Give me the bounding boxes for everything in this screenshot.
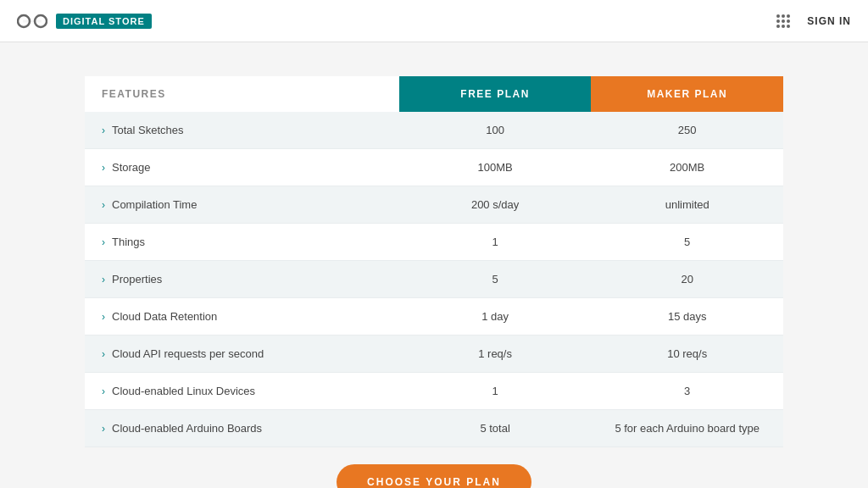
free-value-cell: 1 (399, 224, 592, 261)
feature-cell: ›Total Sketches (85, 112, 399, 149)
table-row[interactable]: ›Cloud-enabled Arduino Boards5 total5 fo… (85, 410, 783, 447)
free-value-cell: 1 (399, 373, 592, 410)
maker-value-cell: 200MB (591, 149, 783, 186)
chevron-icon: › (102, 348, 105, 360)
grid-icon[interactable] (776, 14, 790, 28)
maker-value-cell: 15 days (591, 298, 783, 336)
chevron-icon: › (102, 236, 105, 248)
table-row[interactable]: ›Compilation Time200 s/dayunlimited (85, 186, 783, 224)
table-row[interactable]: ›Total Sketches100250 (85, 112, 783, 149)
badge-label: DIGITAL STORE (63, 16, 145, 26)
chevron-icon: › (102, 311, 105, 323)
feature-cell: ›Compilation Time (85, 186, 399, 224)
feature-cell: ›Storage (85, 149, 399, 186)
free-value-cell: 5 (399, 261, 592, 298)
maker-value-cell: 3 (591, 373, 783, 410)
chevron-icon: › (102, 385, 105, 397)
feature-cell: ›Cloud API requests per second (85, 336, 399, 373)
maker-value-cell: 5 (591, 224, 783, 261)
footer-area: CHOOSE YOUR PLAN (85, 447, 783, 488)
header-right: SIGN IN (776, 14, 851, 28)
free-value-cell: 100MB (399, 149, 592, 186)
maker-value-cell: 250 (591, 112, 783, 149)
feature-cell: ›Cloud Data Retention (85, 298, 399, 336)
chevron-icon: › (102, 423, 105, 435)
table-row[interactable]: ›Properties520 (85, 261, 783, 298)
chevron-icon: › (102, 199, 105, 211)
main-content: FEATURES FREE PLAN MAKER PLAN ›Total Ske… (0, 42, 868, 488)
th-free-plan: FREE PLAN (399, 76, 592, 112)
feature-cell: ›Cloud-enabled Linux Devices (85, 373, 399, 410)
table-row[interactable]: ›Things15 (85, 224, 783, 261)
table-body: ›Total Sketches100250›Storage100MB200MB›… (85, 112, 783, 447)
free-value-cell: 200 s/day (399, 186, 592, 224)
table-row[interactable]: ›Cloud-enabled Linux Devices13 (85, 373, 783, 410)
free-value-cell: 1 day (399, 298, 592, 336)
th-features: FEATURES (85, 76, 399, 112)
free-value-cell: 100 (399, 112, 592, 149)
chevron-icon: › (102, 162, 105, 174)
feature-cell: ›Properties (85, 261, 399, 298)
table-row[interactable]: ›Storage100MB200MB (85, 149, 783, 186)
free-value-cell: 5 total (399, 410, 592, 447)
th-maker-plan: MAKER PLAN (591, 76, 783, 112)
choose-plan-button[interactable]: CHOOSE YOUR PLAN (337, 464, 531, 488)
table-row[interactable]: ›Cloud API requests per second1 req/s10 … (85, 336, 783, 373)
sign-in-link[interactable]: SIGN IN (807, 15, 851, 27)
arduino-logo (17, 12, 47, 30)
feature-cell: ›Things (85, 224, 399, 261)
feature-cell: ›Cloud-enabled Arduino Boards (85, 410, 399, 447)
chevron-icon: › (102, 125, 105, 136)
svg-rect-2 (23, 19, 42, 22)
maker-value-cell: unlimited (591, 186, 783, 224)
maker-value-cell: 5 for each Arduino board type (591, 410, 783, 447)
table-row[interactable]: ›Cloud Data Retention1 day15 days (85, 298, 783, 336)
table-header-row: FEATURES FREE PLAN MAKER PLAN (85, 76, 783, 112)
maker-value-cell: 10 req/s (591, 336, 783, 373)
header-left: DIGITAL STORE (17, 12, 152, 30)
free-value-cell: 1 req/s (399, 336, 592, 373)
digital-store-badge: DIGITAL STORE (56, 14, 152, 29)
arduino-logo-icon (17, 12, 47, 30)
pricing-table: FEATURES FREE PLAN MAKER PLAN ›Total Ske… (85, 76, 783, 447)
chevron-icon: › (102, 274, 105, 286)
maker-value-cell: 20 (591, 261, 783, 298)
header: DIGITAL STORE SIGN IN (0, 0, 868, 42)
